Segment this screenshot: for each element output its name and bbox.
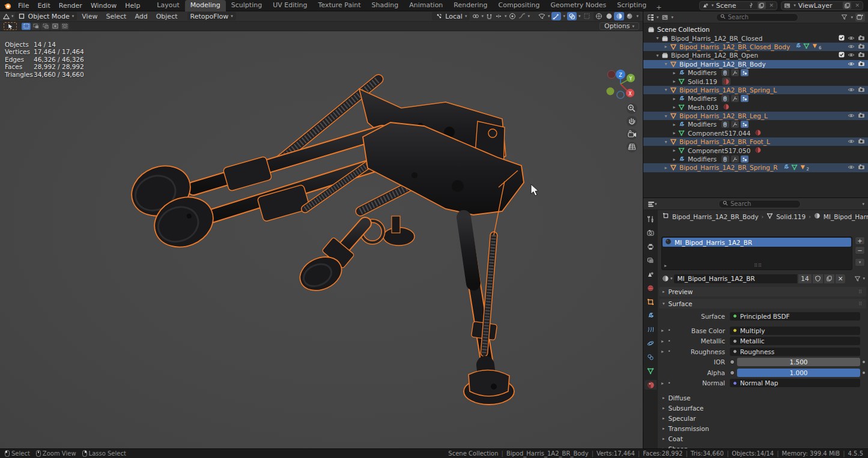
shading-wireframe-icon[interactable] [593,12,604,20]
toggle-ortho-button[interactable] [627,142,637,152]
zoom-view-button[interactable] [627,103,637,114]
tab-texture-paint[interactable]: Texture Paint [313,0,366,11]
pivot-point-icon[interactable] [472,13,479,20]
modifier-physics-icon[interactable] [741,155,748,163]
expander-icon[interactable]: ▾ [663,113,669,119]
scene-selector[interactable]: ▾ Scene ✕ [699,1,778,10]
expander-icon[interactable]: ▸ [659,328,666,333]
snap-target-icon[interactable] [495,13,503,20]
material-slot-row[interactable]: MI_Bipod_Harris_1A2_BR [663,238,851,247]
menu-file[interactable]: File [14,0,33,11]
outliner-row-collection-closed[interactable]: ▾ Bipod_Harris_1A2_BR_Closed [643,34,868,42]
new-viewlayer-button[interactable] [843,2,851,9]
menu-edit[interactable]: Edit [33,0,54,11]
tab-modeling[interactable]: Modeling [185,0,226,11]
menu-object[interactable]: Object [153,13,181,20]
material-name-field[interactable]: MI_Bipod_Harris_1A2_BR [674,274,798,283]
modifier-physics-icon[interactable] [741,95,748,102]
new-collection-button[interactable] [855,13,865,22]
users-count-button[interactable]: 14 [798,274,811,283]
properties-search[interactable] [718,200,801,208]
panel-subsurface[interactable]: ▸Subsurface [659,403,866,412]
outliner-row-modifiers[interactable]: ▸ Modifiers [643,94,868,103]
panel-diffuse[interactable]: ▸Diffuse [659,393,866,402]
active-tool-tweak[interactable] [4,22,17,30]
disable-render-camera-icon[interactable] [858,164,865,171]
expander-icon[interactable]: ▸ [659,381,666,386]
shading-solid-icon[interactable] [604,12,614,20]
proportional-editing-icon[interactable] [508,13,516,20]
hide-viewport-eye-icon[interactable] [848,52,855,59]
modifier-deform-icon[interactable] [731,121,739,128]
hide-viewport-eye-icon[interactable] [848,43,855,50]
collection-checkbox[interactable] [839,52,845,59]
hide-viewport-eye-icon[interactable] [848,138,855,145]
expander-icon[interactable]: ▸ [671,130,678,136]
disable-render-camera-icon[interactable] [858,61,865,68]
blender-logo-icon[interactable] [4,2,11,10]
expander-icon[interactable]: ▸ [671,157,678,162]
outliner-row-modifiers[interactable]: ▸ Modifiers [643,155,868,163]
add-workspace-button[interactable]: + [652,4,666,11]
tab-shading[interactable]: Shading [366,0,404,11]
snap-magnet-icon[interactable] [485,13,493,20]
outliner-row-spring-l[interactable]: ▾ Bipod_Harris_1A2_BR_Spring_L [643,86,868,94]
transform-orientation-selector[interactable]: Local ▾ [432,12,470,20]
outliner-search[interactable] [716,13,798,22]
expander-icon[interactable]: ▸ [671,148,678,153]
expander-icon[interactable]: ▸ [671,79,678,84]
material-sphere-icon[interactable] [755,130,761,137]
add-slot-button[interactable]: + [855,237,865,245]
disable-render-camera-icon[interactable] [858,138,865,145]
decorator-dot-icon[interactable] [863,372,865,374]
properties-editor-type-icon[interactable] [647,200,655,208]
outliner-row-spring-r[interactable]: ▸ Bipod_Harris_1A2_BR_Spring_R 2 [643,163,868,172]
panel-transmission[interactable]: ▸Transmission [659,424,866,433]
outliner-row-component517-044[interactable]: ▸ Component517.044 [643,129,868,137]
viewport-3d[interactable]: Z Y X [0,31,643,448]
breadcrumb-object[interactable]: Bipod_Harris_1A2_BR_Body [672,213,759,220]
slot-expand-icon[interactable]: ▸ [664,263,667,268]
outliner-row-solid119[interactable]: ▸ Solid.119 [643,77,868,85]
expander-icon[interactable]: ▸ [671,96,678,101]
unlink-scene-icon[interactable]: ✕ [768,2,775,8]
outliner-editor-type-icon[interactable] [646,13,654,21]
modifier-screw-icon[interactable] [721,69,729,76]
expander-icon[interactable]: ▾ [663,87,669,92]
alpha-slider[interactable]: 1.000 [737,369,860,377]
tab-constraints-icon[interactable] [645,352,657,362]
camera-view-button[interactable] [627,129,637,140]
chevron-down-icon[interactable]: ▾ [670,276,673,281]
menu-view[interactable]: View [78,13,101,20]
tab-particles-icon[interactable] [645,325,657,334]
expander-icon[interactable]: ▸ [671,104,678,110]
select-mode-subtract[interactable] [41,23,50,30]
menu-help[interactable]: Help [121,0,144,11]
tab-scene-icon[interactable] [645,270,657,279]
tab-data-icon[interactable] [645,366,657,376]
material-slot-list[interactable]: MI_Bipod_Harris_1A2_BR ▸ ⠿⠿ [661,237,852,270]
tab-compositing[interactable]: Compositing [493,0,545,11]
modifier-screw-icon[interactable] [721,121,729,128]
tab-animation[interactable]: Animation [404,0,448,11]
expander-icon[interactable]: ▾ [663,61,669,67]
slot-specials-button[interactable]: ▾ [855,258,865,267]
normal-field[interactable]: Normal Map [730,379,860,387]
material-sphere-icon[interactable] [723,104,729,111]
breadcrumb-mesh[interactable]: Solid.119 [776,213,806,220]
tab-modifiers-icon[interactable] [645,311,657,321]
outliner-row-modifiers[interactable]: ▸ Modifiers [643,120,868,128]
outliner-row-leg-l[interactable]: ▾ Bipod_Harris_1A2_BR_Leg_L [643,112,868,120]
outliner-row-component517-050[interactable]: ▸ Component517.050 [643,146,868,154]
unlink-material-button[interactable]: ✕ [836,274,846,283]
panel-specular[interactable]: ▸Specular [659,414,866,423]
ior-slider[interactable]: 1.500 [737,358,860,366]
disable-render-camera-icon[interactable] [858,86,865,94]
outliner-row-scene-collection[interactable]: Scene Collection [643,25,868,34]
material-sphere-icon[interactable] [722,77,730,85]
tab-object-icon[interactable] [645,297,657,307]
modifier-screw-icon[interactable] [721,155,729,163]
tab-layout[interactable]: Layout [151,0,184,11]
tab-render-icon[interactable] [645,228,657,238]
tab-uv-editing[interactable]: UV Editing [267,0,312,11]
